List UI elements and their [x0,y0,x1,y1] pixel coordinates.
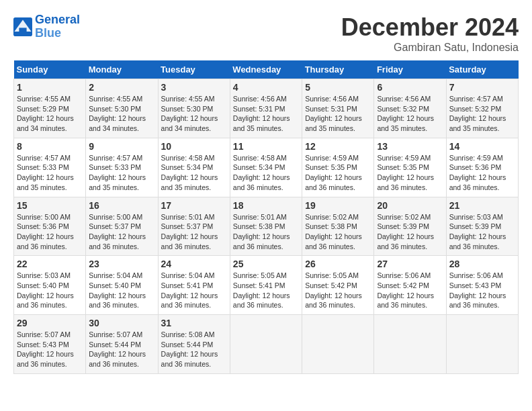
day-info: Sunrise: 5:07 AMSunset: 5:44 PMDaylight:… [89,330,154,369]
day-info: Sunrise: 5:04 AMSunset: 5:40 PMDaylight:… [89,271,154,310]
calendar-cell: 21 Sunrise: 5:03 AMSunset: 5:39 PMDaylig… [446,197,518,256]
day-info: Sunrise: 5:05 AMSunset: 5:41 PMDaylight:… [233,271,299,310]
day-info: Sunrise: 4:58 AMSunset: 5:34 PMDaylight:… [161,153,227,193]
day-number: 3 [161,82,227,93]
day-number: 13 [377,141,443,152]
calendar-cell: 27 Sunrise: 5:06 AMSunset: 5:42 PMDaylig… [374,256,446,315]
month-title: December 2024 [341,13,519,42]
day-number: 7 [449,82,515,93]
calendar-cell: 12 Sunrise: 4:59 AMSunset: 5:35 PMDaylig… [302,138,374,197]
day-number: 31 [161,318,227,328]
day-info: Sunrise: 4:56 AMSunset: 5:32 PMDaylight:… [377,94,443,134]
day-number: 23 [89,259,154,269]
day-info: Sunrise: 5:05 AMSunset: 5:42 PMDaylight:… [305,271,371,310]
calendar-cell [230,315,302,374]
day-number: 1 [17,82,83,93]
day-info: Sunrise: 5:00 AMSunset: 5:37 PMDaylight:… [89,212,154,252]
day-info: Sunrise: 5:06 AMSunset: 5:42 PMDaylight:… [377,271,443,310]
calendar-cell [374,315,446,374]
day-number: 27 [377,259,443,269]
day-info: Sunrise: 5:06 AMSunset: 5:43 PMDaylight:… [449,271,515,310]
calendar-cell: 29 Sunrise: 5:07 AMSunset: 5:43 PMDaylig… [14,315,86,374]
col-thursday: Thursday [302,60,374,79]
day-number: 15 [17,200,83,211]
calendar-cell: 28 Sunrise: 5:06 AMSunset: 5:43 PMDaylig… [446,256,518,315]
week-row-4: 22 Sunrise: 5:03 AMSunset: 5:40 PMDaylig… [14,256,519,315]
day-number: 29 [17,318,83,328]
calendar-cell: 4 Sunrise: 4:56 AMSunset: 5:31 PMDayligh… [230,79,302,138]
day-number: 19 [305,200,371,211]
day-number: 2 [89,82,154,93]
day-number: 10 [161,141,227,152]
svg-rect-2 [19,28,26,32]
calendar-cell [446,315,518,374]
day-info: Sunrise: 4:59 AMSunset: 5:35 PMDaylight:… [305,153,371,193]
col-monday: Monday [86,60,158,79]
calendar-cell: 20 Sunrise: 5:02 AMSunset: 5:39 PMDaylig… [374,197,446,256]
calendar-cell: 5 Sunrise: 4:56 AMSunset: 5:31 PMDayligh… [302,79,374,138]
day-info: Sunrise: 4:59 AMSunset: 5:36 PMDaylight:… [449,153,515,193]
day-number: 18 [233,200,299,211]
day-info: Sunrise: 5:03 AMSunset: 5:40 PMDaylight:… [17,271,83,310]
calendar-cell: 2 Sunrise: 4:55 AMSunset: 5:30 PMDayligh… [86,79,158,138]
header-row: Sunday Monday Tuesday Wednesday Thursday… [14,60,519,79]
calendar-cell [302,315,374,374]
day-number: 21 [449,200,515,211]
calendar-cell: 3 Sunrise: 4:55 AMSunset: 5:30 PMDayligh… [158,79,230,138]
day-number: 9 [89,141,154,152]
day-info: Sunrise: 4:55 AMSunset: 5:30 PMDaylight:… [161,94,227,134]
calendar-cell: 14 Sunrise: 4:59 AMSunset: 5:36 PMDaylig… [446,138,518,197]
day-info: Sunrise: 4:55 AMSunset: 5:29 PMDaylight:… [17,94,83,134]
calendar-cell: 25 Sunrise: 5:05 AMSunset: 5:41 PMDaylig… [230,256,302,315]
day-info: Sunrise: 5:03 AMSunset: 5:39 PMDaylight:… [449,212,515,252]
day-number: 26 [305,259,371,269]
day-info: Sunrise: 5:00 AMSunset: 5:36 PMDaylight:… [17,212,83,252]
calendar-cell: 16 Sunrise: 5:00 AMSunset: 5:37 PMDaylig… [86,197,158,256]
col-sunday: Sunday [14,60,86,79]
day-number: 17 [161,200,227,211]
calendar-cell: 11 Sunrise: 4:58 AMSunset: 5:34 PMDaylig… [230,138,302,197]
calendar-cell: 19 Sunrise: 5:02 AMSunset: 5:38 PMDaylig… [302,197,374,256]
calendar-cell: 9 Sunrise: 4:57 AMSunset: 5:33 PMDayligh… [86,138,158,197]
calendar-cell: 24 Sunrise: 5:04 AMSunset: 5:41 PMDaylig… [158,256,230,315]
title-section: December 2024 Gambiran Satu, Indonesia [341,13,519,54]
calendar-cell: 15 Sunrise: 5:00 AMSunset: 5:36 PMDaylig… [14,197,86,256]
week-row-2: 8 Sunrise: 4:57 AMSunset: 5:33 PMDayligh… [14,138,519,197]
day-info: Sunrise: 4:58 AMSunset: 5:34 PMDaylight:… [233,153,299,193]
calendar-cell: 23 Sunrise: 5:04 AMSunset: 5:40 PMDaylig… [86,256,158,315]
calendar-cell: 1 Sunrise: 4:55 AMSunset: 5:29 PMDayligh… [14,79,86,138]
day-info: Sunrise: 5:02 AMSunset: 5:38 PMDaylight:… [305,212,371,252]
calendar-cell: 6 Sunrise: 4:56 AMSunset: 5:32 PMDayligh… [374,79,446,138]
day-info: Sunrise: 5:01 AMSunset: 5:38 PMDaylight:… [233,212,299,252]
logo-blue: Blue [35,26,61,40]
calendar-cell: 8 Sunrise: 4:57 AMSunset: 5:33 PMDayligh… [14,138,86,197]
day-number: 14 [449,141,515,152]
day-info: Sunrise: 4:56 AMSunset: 5:31 PMDaylight:… [305,94,371,134]
week-row-3: 15 Sunrise: 5:00 AMSunset: 5:36 PMDaylig… [14,197,519,256]
day-info: Sunrise: 4:57 AMSunset: 5:32 PMDaylight:… [449,94,515,134]
day-info: Sunrise: 5:04 AMSunset: 5:41 PMDaylight:… [161,271,227,310]
day-number: 5 [305,82,371,93]
calendar-cell: 18 Sunrise: 5:01 AMSunset: 5:38 PMDaylig… [230,197,302,256]
calendar-cell: 22 Sunrise: 5:03 AMSunset: 5:40 PMDaylig… [14,256,86,315]
day-number: 8 [17,141,83,152]
day-number: 16 [89,200,154,211]
day-number: 12 [305,141,371,152]
location: Gambiran Satu, Indonesia [341,42,519,54]
page-header: General Blue December 2024 Gambiran Satu… [13,13,519,54]
day-number: 24 [161,259,227,269]
calendar-cell: 10 Sunrise: 4:58 AMSunset: 5:34 PMDaylig… [158,138,230,197]
week-row-5: 29 Sunrise: 5:07 AMSunset: 5:43 PMDaylig… [14,315,519,374]
col-tuesday: Tuesday [158,60,230,79]
calendar-cell: 13 Sunrise: 4:59 AMSunset: 5:35 PMDaylig… [374,138,446,197]
logo: General Blue [13,13,80,40]
col-saturday: Saturday [446,60,518,79]
day-info: Sunrise: 4:57 AMSunset: 5:33 PMDaylight:… [17,153,83,193]
day-number: 6 [377,82,443,93]
day-info: Sunrise: 4:57 AMSunset: 5:33 PMDaylight:… [89,153,154,193]
calendar-cell: 7 Sunrise: 4:57 AMSunset: 5:32 PMDayligh… [446,79,518,138]
col-friday: Friday [374,60,446,79]
day-number: 25 [233,259,299,269]
day-number: 11 [233,141,299,152]
day-info: Sunrise: 4:55 AMSunset: 5:30 PMDaylight:… [89,94,154,134]
